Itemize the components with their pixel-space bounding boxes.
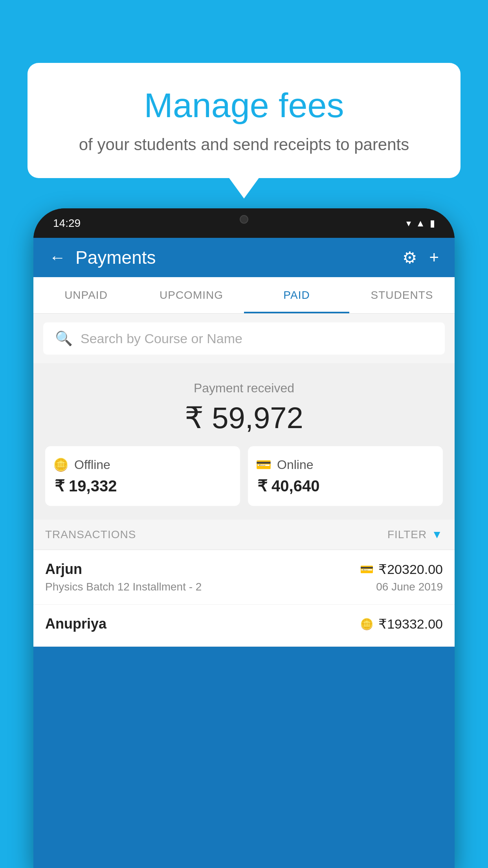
transaction-amount: ₹20320.00	[378, 561, 443, 577]
online-amount: ₹ 40,640	[256, 477, 435, 495]
online-card-header: 💳 Online	[256, 457, 435, 472]
status-bar: 14:29 ▾ ▲ ▮	[33, 208, 455, 238]
transaction-date: 06 June 2019	[376, 581, 443, 593]
table-row[interactable]: Anupriya 🪙 ₹19332.00	[33, 605, 455, 647]
status-icons: ▾ ▲ ▮	[406, 218, 435, 229]
payment-total-amount: ₹ 59,972	[45, 400, 443, 435]
tab-unpaid[interactable]: UNPAID	[33, 277, 139, 313]
back-button[interactable]: ←	[49, 248, 66, 267]
tabs: UNPAID UPCOMING PAID STUDENTS	[33, 277, 455, 314]
add-icon[interactable]: +	[429, 248, 439, 267]
tab-paid[interactable]: PAID	[244, 277, 349, 313]
transaction-name: Anupriya	[45, 616, 106, 632]
settings-icon[interactable]: ⚙	[402, 248, 417, 267]
search-container: 🔍 Search by Course or Name	[33, 314, 455, 363]
offline-card-header: 🪙 Offline	[53, 457, 232, 472]
search-input[interactable]: Search by Course or Name	[81, 331, 242, 346]
online-icon: 💳	[256, 457, 272, 472]
payment-section: Payment received ₹ 59,972 🪙 Offline ₹ 19…	[33, 363, 455, 520]
bubble-title: Manage fees	[55, 86, 433, 125]
bubble-subtitle: of your students and send receipts to pa…	[55, 133, 433, 156]
app-content: ← Payments ⚙ + UNPAID UPCOMING PAID STUD…	[33, 238, 455, 868]
transactions-label: TRANSACTIONS	[45, 528, 136, 541]
tab-students[interactable]: STUDENTS	[349, 277, 455, 313]
signal-icon: ▲	[416, 218, 425, 229]
transaction-top-row: Anupriya 🪙 ₹19332.00	[45, 616, 443, 632]
online-card: 💳 Online ₹ 40,640	[248, 446, 443, 506]
transaction-course: Physics Batch 12 Installment - 2	[45, 581, 202, 593]
tab-upcoming[interactable]: UPCOMING	[139, 277, 244, 313]
status-time: 14:29	[53, 217, 81, 230]
top-icons: ⚙ +	[402, 248, 439, 267]
phone-notch	[209, 208, 279, 230]
offline-label: Offline	[74, 458, 110, 472]
battery-icon: ▮	[430, 218, 435, 229]
filter-button[interactable]: FILTER ▼	[387, 528, 443, 541]
transaction-cash-icon: 🪙	[360, 618, 374, 631]
phone-frame: 14:29 ▾ ▲ ▮ ← Payments ⚙ + UNPAID UPCOMI…	[33, 208, 455, 868]
wifi-icon: ▾	[406, 218, 411, 229]
offline-card: 🪙 Offline ₹ 19,332	[45, 446, 240, 506]
online-label: Online	[277, 458, 314, 472]
top-bar: ← Payments ⚙ +	[33, 238, 455, 277]
transaction-amount-row: 💳 ₹20320.00	[360, 561, 443, 577]
transaction-bottom-row: Physics Batch 12 Installment - 2 06 June…	[45, 581, 443, 593]
offline-amount: ₹ 19,332	[53, 477, 232, 495]
transaction-card-icon: 💳	[360, 563, 374, 576]
search-bar[interactable]: 🔍 Search by Course or Name	[43, 322, 445, 355]
transaction-top-row: Arjun 💳 ₹20320.00	[45, 561, 443, 577]
transaction-amount-row: 🪙 ₹19332.00	[360, 616, 443, 632]
payment-cards: 🪙 Offline ₹ 19,332 💳 Online ₹ 40,640	[45, 446, 443, 506]
search-icon: 🔍	[55, 330, 73, 347]
payment-received-label: Payment received	[45, 381, 443, 395]
transaction-name: Arjun	[45, 561, 82, 577]
camera	[240, 215, 248, 224]
transactions-header: TRANSACTIONS FILTER ▼	[33, 520, 455, 550]
transaction-amount: ₹19332.00	[378, 616, 443, 632]
speech-bubble: Manage fees of your students and send re…	[28, 63, 460, 178]
page-title: Payments	[75, 247, 393, 268]
offline-icon: 🪙	[53, 457, 69, 472]
table-row[interactable]: Arjun 💳 ₹20320.00 Physics Batch 12 Insta…	[33, 550, 455, 605]
filter-label: FILTER	[387, 528, 427, 541]
filter-icon: ▼	[431, 528, 443, 541]
